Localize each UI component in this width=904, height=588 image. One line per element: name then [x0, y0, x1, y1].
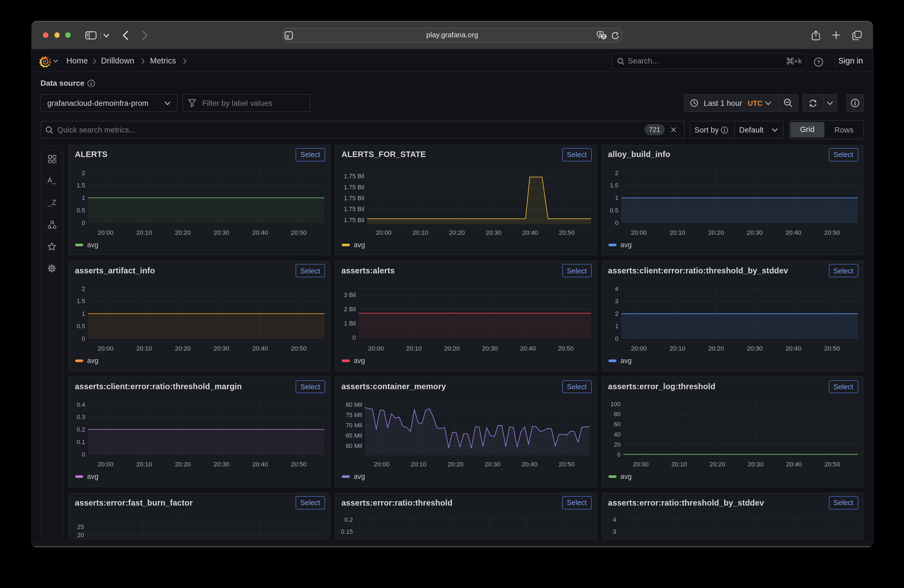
svg-text:20:00: 20:00: [368, 345, 384, 352]
svg-text:70 Mil: 70 Mil: [346, 422, 362, 429]
svg-text:25: 25: [77, 523, 84, 530]
svg-text:20:00: 20:00: [98, 229, 114, 236]
svg-text:1: 1: [615, 194, 618, 201]
svg-text:0.5: 0.5: [77, 207, 85, 213]
svg-text:0: 0: [617, 451, 620, 458]
svg-text:100: 100: [610, 401, 620, 408]
svg-text:4: 4: [613, 516, 616, 523]
svg-text:20:20: 20:20: [447, 461, 463, 468]
svg-text:2: 2: [615, 169, 618, 176]
svg-text:4: 4: [615, 285, 618, 292]
svg-text:2: 2: [615, 310, 618, 317]
svg-text:avg: avg: [87, 357, 98, 364]
svg-text:1.5: 1.5: [77, 298, 85, 305]
svg-text:20:00: 20:00: [631, 345, 646, 352]
svg-text:20:20: 20:20: [708, 229, 724, 236]
svg-text:20:50: 20:50: [291, 345, 307, 352]
svg-text:1.75 Bil: 1.75 Bil: [344, 205, 364, 212]
svg-text:avg: avg: [87, 473, 98, 481]
svg-text:3 Bil: 3 Bil: [344, 291, 356, 299]
svg-text:20:50: 20:50: [559, 461, 574, 468]
svg-text:1: 1: [615, 322, 618, 330]
svg-text:20:10: 20:10: [136, 461, 152, 468]
svg-text:0.2: 0.2: [77, 426, 85, 433]
svg-text:0.5: 0.5: [610, 207, 618, 213]
svg-text:3: 3: [613, 528, 616, 535]
svg-text:20:00: 20:00: [98, 345, 114, 352]
svg-text:1.75 Bil: 1.75 Bil: [344, 194, 364, 201]
svg-text:0: 0: [615, 335, 618, 342]
svg-text:1 Bil: 1 Bil: [344, 320, 356, 327]
svg-text:?: ?: [817, 59, 820, 65]
svg-text:20:40: 20:40: [252, 229, 268, 236]
svg-text:20:30: 20:30: [747, 345, 763, 352]
svg-text:1.5: 1.5: [77, 182, 85, 189]
svg-text:20:30: 20:30: [213, 345, 229, 352]
svg-text:60 Mil: 60 Mil: [346, 443, 362, 450]
svg-text:20:30: 20:30: [482, 345, 498, 352]
svg-text:20:40: 20:40: [522, 461, 537, 468]
svg-text:20:00: 20:00: [376, 229, 392, 236]
svg-text:1.75 Bil: 1.75 Bil: [344, 183, 364, 190]
svg-text:20:00: 20:00: [633, 461, 649, 468]
svg-text:0.15: 0.15: [341, 528, 353, 535]
svg-text:20:20: 20:20: [710, 461, 725, 468]
svg-text:20:20: 20:20: [444, 345, 460, 352]
svg-text:2: 2: [82, 285, 85, 292]
svg-text:20:30: 20:30: [213, 229, 229, 236]
svg-text:20:10: 20:10: [669, 345, 685, 352]
svg-text:20: 20: [614, 441, 620, 448]
svg-text:1: 1: [82, 194, 85, 201]
svg-text:80 Mil: 80 Mil: [346, 401, 362, 408]
svg-text:0.4: 0.4: [77, 401, 85, 408]
svg-text:20:10: 20:10: [671, 461, 687, 468]
svg-text:0.5: 0.5: [77, 322, 85, 330]
svg-text:0: 0: [82, 451, 85, 458]
svg-text:20:30: 20:30: [213, 461, 229, 468]
svg-text:20:20: 20:20: [449, 229, 465, 236]
svg-text:0: 0: [82, 335, 85, 342]
svg-text:0: 0: [82, 219, 85, 226]
svg-text:20:50: 20:50: [824, 461, 840, 468]
svg-text:0: 0: [352, 334, 356, 341]
svg-text:20:20: 20:20: [175, 345, 191, 352]
svg-text:avg: avg: [87, 241, 98, 249]
svg-text:1.75 Bil: 1.75 Bil: [344, 217, 364, 223]
svg-text:20:30: 20:30: [485, 461, 501, 468]
svg-text:80: 80: [614, 411, 620, 418]
svg-text:20:10: 20:10: [412, 229, 428, 236]
svg-text:75 Mil: 75 Mil: [346, 412, 362, 419]
svg-text:20:50: 20:50: [558, 345, 574, 352]
svg-text:20:00: 20:00: [98, 461, 114, 468]
svg-text:0.1: 0.1: [77, 439, 85, 446]
svg-text:20:40: 20:40: [785, 345, 801, 352]
svg-text:2: 2: [82, 169, 85, 176]
svg-text:2 Bil: 2 Bil: [344, 306, 356, 313]
svg-text:20:50: 20:50: [824, 229, 840, 236]
svg-text:20:50: 20:50: [291, 461, 307, 468]
svg-text:20:00: 20:00: [631, 229, 646, 236]
svg-text:65 Mil: 65 Mil: [346, 432, 362, 439]
svg-text:20:40: 20:40: [520, 345, 536, 352]
svg-text:avg: avg: [354, 473, 365, 481]
svg-text:20:10: 20:10: [136, 229, 152, 236]
svg-text:20: 20: [77, 531, 84, 538]
svg-text:20:10: 20:10: [669, 229, 685, 236]
svg-text:40: 40: [614, 431, 620, 438]
svg-text:avg: avg: [354, 241, 365, 249]
svg-text:avg: avg: [620, 241, 632, 249]
svg-text:20:30: 20:30: [486, 229, 501, 236]
svg-text:20:10: 20:10: [136, 345, 152, 352]
svg-text:0: 0: [615, 219, 618, 226]
svg-text:20:50: 20:50: [291, 229, 307, 236]
svg-text:avg: avg: [620, 473, 632, 481]
svg-text:0.3: 0.3: [77, 414, 85, 420]
svg-text:avg: avg: [354, 357, 365, 364]
svg-text:avg: avg: [620, 357, 632, 364]
svg-text:0.2: 0.2: [344, 516, 353, 523]
svg-text:1: 1: [82, 310, 85, 317]
svg-text:20:30: 20:30: [748, 461, 763, 468]
svg-text:20:40: 20:40: [786, 461, 802, 468]
svg-text:20:00: 20:00: [374, 461, 390, 468]
svg-text:20:20: 20:20: [708, 345, 724, 352]
